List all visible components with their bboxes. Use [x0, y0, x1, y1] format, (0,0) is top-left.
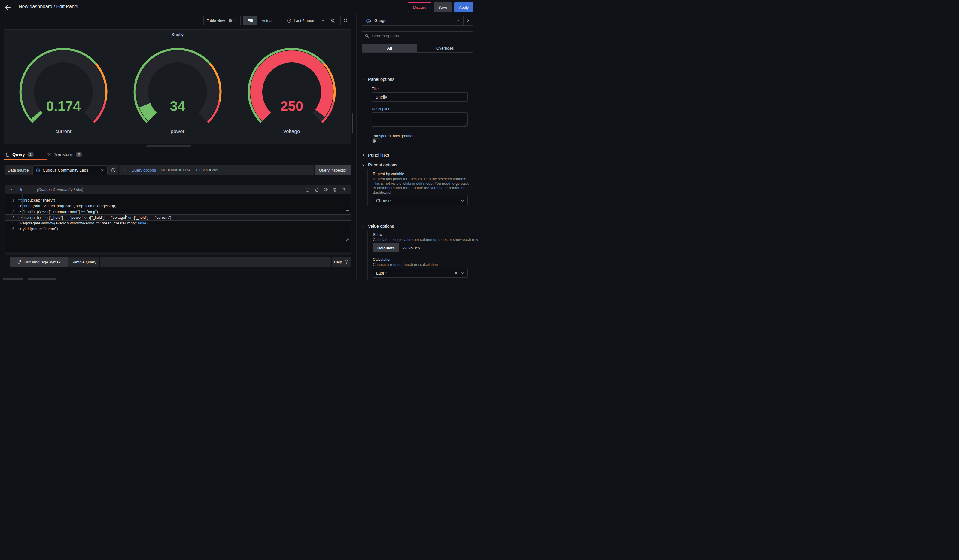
- section-title: Panel links: [368, 153, 389, 158]
- gauge-value: 34: [170, 98, 185, 114]
- time-range-picker[interactable]: Last 6 hours: [284, 16, 328, 25]
- code-text: |> aggregateWindow(every: v.windowPeriod…: [18, 220, 148, 226]
- sample-query-button[interactable]: Sample Query: [68, 257, 99, 267]
- code-text: |> filter(fn: (r) => r["_field"] == "pow…: [18, 215, 171, 220]
- fill-option[interactable]: Fill: [243, 16, 258, 25]
- transparent-background-toggle[interactable]: [372, 138, 381, 143]
- gauge-voltage: 250voltage: [235, 47, 349, 137]
- save-button[interactable]: Save: [433, 2, 452, 12]
- code-line-6: 6 |> yield(name: "mean"): [5, 226, 351, 232]
- panel-title-field[interactable]: [372, 92, 468, 102]
- query-options-link[interactable]: Query options: [132, 168, 156, 172]
- visualization-name: Gauge: [374, 18, 454, 23]
- section-panel-links[interactable]: Panel links: [362, 152, 389, 158]
- add-query-button-partial[interactable]: [3, 278, 24, 280]
- zoom-out-button[interactable]: [328, 16, 338, 25]
- repeat-variable-select[interactable]: Choose: [373, 196, 468, 205]
- clear-icon[interactable]: [454, 271, 458, 275]
- gauges-row: 0.174current34power250voltage: [4, 47, 350, 137]
- line-number: 1: [5, 197, 18, 203]
- gauge-label: voltage: [283, 129, 300, 134]
- main-scrollbar-thumb[interactable]: [352, 113, 353, 133]
- visualization-picker[interactable]: 79 Gauge: [362, 16, 473, 25]
- breadcrumb: New dashboard / Edit Panel: [19, 4, 78, 9]
- section-title: Repeat options: [368, 162, 397, 167]
- grafana-edit-panel: New dashboard / Edit Panel Discard Save …: [0, 0, 480, 280]
- line-number: 5: [5, 220, 18, 226]
- chevron-down-icon: [456, 19, 460, 22]
- calculation-select[interactable]: Last *: [373, 269, 468, 278]
- query-inspector-button[interactable]: Query inspector: [315, 165, 351, 175]
- tab-query[interactable]: Query 1: [4, 150, 35, 159]
- options-filter-tabs: All Overrides: [362, 44, 473, 52]
- section-value-options[interactable]: Value options: [362, 223, 394, 229]
- svg-text:?: ?: [307, 188, 308, 191]
- chevron-down-icon: [362, 78, 365, 81]
- collapse-chevron-icon[interactable]: [9, 188, 13, 192]
- chevron-down-icon: [100, 168, 104, 172]
- divider: [362, 59, 473, 59]
- chevron-right-icon: [466, 19, 470, 22]
- editor-resize-handle[interactable]: [346, 238, 349, 241]
- toggle-viz-pane-button[interactable]: [463, 16, 473, 25]
- datasource-row: Data source Curious Community Labs ? Que…: [5, 165, 351, 175]
- back-arrow-icon[interactable]: [4, 4, 14, 11]
- eye-icon[interactable]: [323, 187, 328, 192]
- actual-option[interactable]: Actual: [258, 16, 277, 25]
- query-ref-id[interactable]: A: [19, 187, 22, 192]
- chevron-down-icon: [362, 164, 365, 167]
- datasource-picker[interactable]: Curious Community Labs: [32, 165, 108, 175]
- calculation-label: Calculation: [373, 258, 392, 262]
- transform-count-badge: 0: [76, 152, 82, 157]
- help-button[interactable]: Help: [332, 257, 351, 267]
- trash-icon[interactable]: [333, 188, 337, 192]
- textarea-resize-icon[interactable]: [464, 123, 467, 126]
- section-repeat-options[interactable]: Repeat options: [362, 162, 397, 168]
- tab-all[interactable]: All: [362, 44, 417, 52]
- all-values-option[interactable]: All values: [399, 243, 424, 252]
- time-range-label: Last 6 hours: [294, 18, 315, 23]
- gauge-label: current: [55, 129, 71, 134]
- duplicate-icon[interactable]: [314, 188, 319, 192]
- datasource-help-button[interactable]: ?: [108, 165, 118, 175]
- time-range-control: Last 6 hours: [284, 16, 338, 25]
- options-search-input[interactable]: [371, 33, 470, 38]
- chevron-right-icon: [362, 154, 365, 157]
- flux-code-editor[interactable]: 1from(bucket: "shelly")2 |> range(start:…: [5, 194, 351, 252]
- influxdb-icon: [36, 168, 40, 172]
- editor-tabs: Query 1 Transform 0: [4, 150, 83, 159]
- table-view-control: Table view: [203, 16, 241, 25]
- section-panel-options[interactable]: Panel options: [362, 76, 395, 83]
- divider: [362, 220, 473, 220]
- resize-drag-handle[interactable]: [146, 145, 191, 147]
- drag-grip-icon[interactable]: [342, 188, 346, 192]
- show-label: Show: [373, 232, 382, 237]
- options-search[interactable]: [362, 31, 473, 40]
- show-mode-segmented: Calculate All values: [373, 243, 424, 252]
- description-label: Description: [372, 107, 390, 111]
- gauge-label: power: [170, 129, 185, 134]
- add-expression-button-partial[interactable]: [28, 278, 56, 280]
- datasource-label: Data source: [5, 165, 32, 175]
- apply-button[interactable]: Apply: [454, 2, 473, 12]
- chevron-down-icon: [460, 199, 465, 203]
- table-view-toggle[interactable]: [228, 18, 237, 23]
- tab-overrides[interactable]: Overrides: [417, 44, 473, 52]
- query-row-header[interactable]: A (Curious Community Labs) ?: [5, 185, 351, 194]
- query-header-actions: ?: [305, 187, 346, 192]
- section-title: Value options: [368, 224, 394, 229]
- code-text: |> filter(fn: (r) => r["_measurement"] =…: [18, 209, 98, 215]
- gauge-current: 0.174current: [6, 47, 121, 137]
- top-header: New dashboard / Edit Panel Discard Save …: [0, 0, 480, 14]
- refresh-button[interactable]: [340, 16, 350, 25]
- gauge-value: 0.174: [46, 98, 81, 114]
- line-number: 3: [5, 209, 18, 215]
- discard-button[interactable]: Discard: [408, 2, 432, 12]
- panel-title-input[interactable]: [375, 94, 465, 100]
- fill-actual-segmented: Fill Actual: [243, 16, 281, 25]
- calculate-option[interactable]: Calculate: [373, 243, 399, 252]
- tab-transform[interactable]: Transform 0: [46, 150, 83, 159]
- panel-description-textarea[interactable]: [372, 112, 468, 127]
- help-icon[interactable]: ?: [305, 188, 310, 192]
- flux-syntax-button[interactable]: Flux language syntax: [10, 257, 68, 267]
